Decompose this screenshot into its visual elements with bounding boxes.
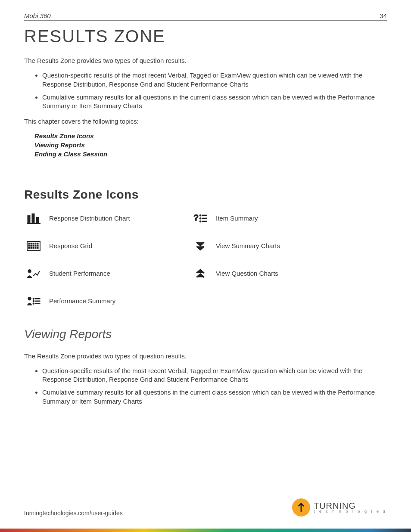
svg-text:?: ? [193,213,199,222]
grid-icon [24,240,43,252]
svg-rect-13 [31,243,32,244]
svg-rect-24 [33,247,34,249]
label-view-question-charts: View Question Charts [216,270,352,277]
brand-text: TURNING t e c h n o l o g i e s [314,502,387,513]
intro-paragraph-1: The Results Zone provides two types of q… [24,56,387,65]
intro-bullets-2: Question-specific results of the most re… [24,367,387,406]
label-response-distribution: Response Distribution Chart [49,215,185,222]
svg-rect-10 [202,221,207,222]
footer-url: turningtechnologies.com/user-guides [24,510,123,516]
page-footer: turningtechnologies.com/user-guides TURN… [24,498,387,516]
label-performance-summary: Performance Summary [49,297,185,305]
page-root: Mobi 360 34 RESULTS ZONE The Results Zon… [0,0,411,532]
bullet-item: Cumulative summary results for all quest… [42,388,387,406]
svg-rect-26 [37,247,38,249]
svg-rect-34 [35,303,40,304]
topics-list: Results Zone Icons Viewing Reports Endin… [34,132,387,158]
svg-point-5 [199,215,201,216]
question-list-icon: ? [191,212,210,225]
brand-logo: TURNING t e c h n o l o g i e s [292,498,387,516]
bullet-item: Question-specific results of the most re… [42,71,387,89]
svg-rect-32 [35,301,40,302]
svg-point-28 [28,297,31,300]
svg-rect-17 [28,245,30,246]
svg-point-9 [199,221,201,222]
double-chevron-down-icon [191,240,210,252]
svg-rect-12 [28,243,30,244]
bullet-item: Question-specific results of the most re… [42,367,387,384]
running-header: Mobi 360 34 [24,12,387,21]
svg-rect-8 [202,218,207,219]
label-view-summary-charts: View Summary Charts [216,242,352,249]
svg-rect-3 [27,223,40,224]
brand-line2: t e c h n o l o g i e s [314,510,387,513]
page-title: RESULTS ZONE [24,27,387,46]
svg-point-31 [33,300,34,302]
header-product: Mobi 360 [24,12,51,19]
label-item-summary: Item Summary [216,215,352,222]
svg-rect-6 [202,215,207,216]
section-heading-viewing-reports: Viewing Reports [24,327,387,344]
svg-rect-22 [28,247,30,249]
svg-point-29 [33,298,34,299]
svg-rect-15 [35,243,36,244]
svg-rect-20 [35,245,36,246]
intro-bullets-1: Question-specific results of the most re… [24,71,387,110]
intro-paragraph-2: The Results Zone provides two types of q… [24,352,387,361]
svg-rect-0 [28,215,30,223]
topic-link-viewing-reports[interactable]: Viewing Reports [34,141,387,149]
header-page-number: 34 [380,12,387,19]
svg-rect-19 [33,245,34,246]
svg-rect-25 [35,247,36,249]
topics-intro: This chapter covers the following topics… [24,117,387,126]
svg-rect-23 [31,247,32,249]
icon-table: Response Distribution Chart ? Item Summa… [24,212,352,308]
person-list-icon [24,295,43,308]
svg-point-27 [28,269,31,273]
svg-rect-14 [33,243,34,244]
label-response-grid: Response Grid [49,242,185,249]
person-trend-icon [24,267,43,280]
svg-rect-21 [37,245,38,246]
svg-point-33 [33,302,34,304]
topic-link-results-zone-icons[interactable]: Results Zone Icons [34,132,387,140]
footer-color-bar [0,529,411,532]
svg-point-7 [199,218,201,219]
svg-rect-16 [37,243,38,244]
topic-link-ending-class-session[interactable]: Ending a Class Session [34,150,387,158]
svg-rect-2 [36,217,39,223]
bar-chart-icon [24,212,43,225]
brand-line1: TURNING [314,502,387,510]
svg-rect-1 [32,214,34,223]
label-student-performance: Student Performance [49,270,185,277]
svg-rect-30 [35,298,40,299]
section-heading-icons: Results Zone Icons [24,188,387,202]
double-chevron-up-icon [191,267,210,280]
svg-rect-18 [31,245,32,246]
brand-mark-icon [292,498,310,516]
bullet-item: Cumulative summary results for all quest… [42,93,387,111]
